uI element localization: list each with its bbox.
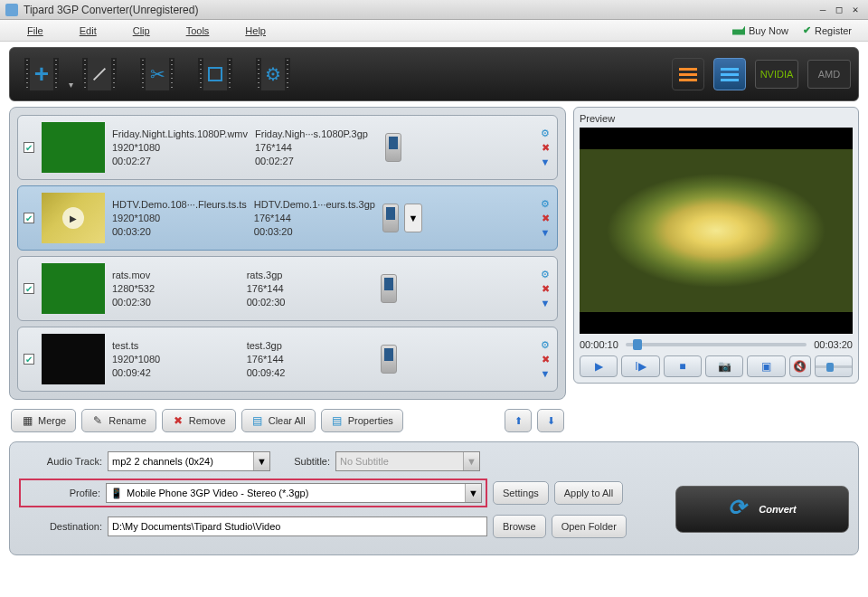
- move-down-button[interactable]: ⬇: [537, 409, 564, 432]
- file-thumbnail[interactable]: [42, 334, 105, 384]
- menu-edit[interactable]: Edit: [61, 25, 115, 36]
- remove-button[interactable]: ✖Remove: [162, 409, 236, 432]
- row-down-icon[interactable]: ▼: [539, 297, 552, 309]
- effect-button[interactable]: [75, 53, 124, 95]
- file-row[interactable]: ✔ Friday.Night.Lights.1080P.wmv1920*1080…: [17, 115, 558, 180]
- browse-button[interactable]: Browse: [493, 515, 546, 538]
- file-source-dur: 00:09:42: [112, 367, 240, 378]
- audio-track-combo[interactable]: mp2 2 channels (0x24)▼: [108, 451, 270, 471]
- settings-button[interactable]: ⚙: [249, 53, 297, 95]
- subtitle-combo[interactable]: No Subtitle▼: [335, 451, 480, 471]
- row-delete-icon[interactable]: ✖: [539, 282, 552, 295]
- phone-icon: [381, 274, 397, 303]
- file-thumbnail[interactable]: [42, 263, 105, 314]
- view-list-button[interactable]: [672, 58, 704, 90]
- pencil-icon: ✎: [91, 414, 104, 427]
- maximize-button[interactable]: □: [832, 4, 846, 16]
- folder-button[interactable]: ▣: [747, 355, 785, 377]
- file-output-res: 176*144: [254, 213, 375, 223]
- phone-icon: [385, 133, 401, 162]
- convert-icon: [728, 498, 750, 520]
- file-source-dur: 00:02:27: [112, 156, 248, 166]
- rename-button[interactable]: ✎Rename: [81, 409, 156, 432]
- close-button[interactable]: ✕: [848, 4, 863, 16]
- window-title: Tipard 3GP Converter(Unregistered): [24, 4, 814, 16]
- preview-time-current: 00:00:10: [580, 339, 618, 350]
- file-checkbox[interactable]: ✔: [24, 142, 34, 153]
- register-link[interactable]: ✔Register: [796, 24, 859, 36]
- file-row[interactable]: ✔ test.ts1920*108000:09:42 test.3gp176*1…: [17, 327, 558, 392]
- convert-button[interactable]: Convert: [675, 486, 849, 533]
- apply-to-all-button[interactable]: Apply to All: [554, 481, 623, 505]
- row-delete-icon[interactable]: ✖: [539, 212, 552, 224]
- toolbar: + ✂ ⚙ NVIDIA AMD: [9, 47, 859, 101]
- row-settings-icon[interactable]: ⚙: [539, 197, 552, 210]
- crop-button[interactable]: [191, 53, 240, 95]
- file-source-name: HDTV.Demo.108···.Fleurs.ts.ts: [112, 199, 247, 210]
- menu-tools[interactable]: Tools: [168, 25, 228, 36]
- row-down-icon[interactable]: ▼: [539, 367, 552, 380]
- trim-button[interactable]: ✂: [133, 53, 182, 95]
- menu-file[interactable]: File: [9, 25, 61, 36]
- file-source-name: rats.mov: [112, 270, 240, 280]
- remove-icon: ✖: [172, 414, 184, 427]
- merge-button[interactable]: ▦Merge: [11, 409, 76, 432]
- row-down-icon[interactable]: ▼: [539, 226, 552, 239]
- row-settings-icon[interactable]: ⚙: [539, 338, 552, 351]
- step-button[interactable]: I▶: [621, 355, 659, 377]
- menu-help[interactable]: Help: [227, 25, 284, 36]
- check-icon: ✔: [803, 24, 811, 36]
- profile-settings-button[interactable]: Settings: [493, 481, 549, 505]
- file-checkbox[interactable]: ✔: [24, 283, 34, 294]
- preview-time-total: 00:03:20: [814, 339, 853, 350]
- mute-button[interactable]: 🔇: [789, 355, 811, 377]
- app-logo-icon: [5, 4, 18, 16]
- open-folder-button[interactable]: Open Folder: [552, 515, 627, 538]
- file-output-name: Friday.Nigh···s.1080P.3gp: [255, 128, 378, 139]
- profile-combo[interactable]: 📱Mobile Phone 3GP Video - Stereo (*.3gp)…: [106, 483, 482, 503]
- row-delete-icon[interactable]: ✖: [539, 353, 552, 365]
- file-source-name: Friday.Night.Lights.1080P.wmv: [112, 128, 248, 139]
- profile-highlight: Profile: 📱Mobile Phone 3GP Video - Stere…: [19, 479, 487, 507]
- move-up-button[interactable]: ⬆: [505, 409, 532, 432]
- view-detail-button[interactable]: [713, 58, 746, 90]
- file-thumbnail[interactable]: [42, 122, 105, 173]
- merge-icon: ▦: [21, 414, 33, 427]
- destination-field[interactable]: D:\My Documents\Tipard Studio\Video: [108, 516, 487, 536]
- properties-button[interactable]: ▤Properties: [321, 409, 403, 432]
- file-output-res: 176*144: [247, 354, 374, 365]
- file-output-res: 176*144: [255, 142, 378, 153]
- file-thumbnail[interactable]: ▶: [42, 193, 105, 243]
- file-row[interactable]: ✔ ▶ HDTV.Demo.108···.Fleurs.ts.ts1920*10…: [17, 185, 558, 251]
- amd-badge: AMD: [807, 60, 851, 89]
- file-source-res: 1920*1080: [112, 213, 247, 223]
- file-checkbox[interactable]: ✔: [24, 213, 34, 223]
- file-output-dur: 00:09:42: [247, 367, 374, 378]
- play-button[interactable]: ▶: [580, 355, 618, 377]
- volume-slider[interactable]: [815, 355, 853, 377]
- phone-icon: [381, 345, 397, 374]
- clear-icon: ▤: [251, 414, 264, 427]
- buy-now-link[interactable]: Buy Now: [725, 25, 796, 36]
- add-file-button[interactable]: +: [17, 53, 66, 95]
- row-delete-icon[interactable]: ✖: [539, 141, 552, 154]
- preview-panel: Preview 00:00:10 00:03:20 ▶ I▶ ■ 📷 ▣ 🔇: [573, 107, 859, 384]
- file-checkbox[interactable]: ✔: [24, 354, 34, 365]
- row-settings-icon[interactable]: ⚙: [539, 127, 552, 139]
- snapshot-button[interactable]: 📷: [705, 355, 743, 377]
- preview-screen[interactable]: [580, 128, 853, 334]
- file-row[interactable]: ✔ rats.mov1280*53200:02:30 rats.3gp176*1…: [17, 256, 558, 321]
- row-settings-icon[interactable]: ⚙: [539, 268, 552, 280]
- minimize-button[interactable]: —: [816, 4, 830, 16]
- subtitle-label: Subtitle:: [276, 456, 330, 467]
- preview-seek-slider[interactable]: [626, 343, 807, 346]
- bottom-panel: Audio Track: mp2 2 channels (0x24)▼ Subt…: [9, 441, 859, 555]
- profile-dropdown-icon[interactable]: ▼: [404, 204, 422, 232]
- file-output-dur: 00:02:27: [255, 156, 378, 166]
- file-output-res: 176*144: [247, 283, 374, 294]
- menu-clip[interactable]: Clip: [115, 25, 168, 36]
- stop-button[interactable]: ■: [664, 355, 702, 377]
- menubar: File Edit Clip Tools Help Buy Now ✔Regis…: [0, 20, 868, 42]
- clear-all-button[interactable]: ▤Clear All: [241, 409, 316, 432]
- row-down-icon[interactable]: ▼: [539, 156, 552, 168]
